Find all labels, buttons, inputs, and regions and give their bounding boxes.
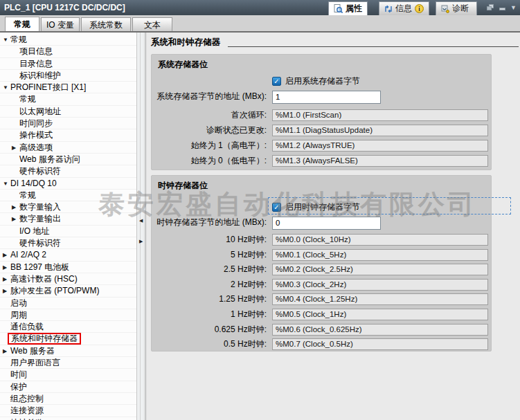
- field-label: 0.5 Hz时钟:: [146, 338, 267, 350]
- tree-item-label: 数字量输出: [19, 214, 61, 223]
- tree-item-10[interactable]: Web 服务器访问: [0, 154, 136, 165]
- tree-item-17[interactable]: 硬件标识符: [0, 237, 136, 249]
- tree-item-label: 数字量输入: [19, 202, 61, 212]
- tab-diagnostics-label: 诊断: [452, 3, 469, 15]
- collapse-pane-button[interactable]: [499, 8, 505, 10]
- memory-bit-field[interactable]: %M1.0 (FirstScan): [272, 109, 488, 121]
- tree-item-label: 项目信息: [19, 46, 53, 56]
- tree-item-1[interactable]: 项目信息: [0, 46, 136, 57]
- tree-item-22[interactable]: 启动: [0, 298, 136, 309]
- page-title: 系统和时钟存储器: [151, 37, 220, 48]
- tree-item-label: 操作模式: [19, 130, 53, 140]
- chevron-down-icon[interactable]: ▼: [510, 3, 517, 12]
- tab-general[interactable]: 常规: [5, 17, 39, 31]
- system-memory-address-label: 系统存储器字节的地址 (MBx):: [146, 91, 267, 102]
- tree-item-18[interactable]: ▶AI 2/AQ 2: [0, 249, 136, 261]
- tree-item-32[interactable]: 地址总览: [0, 417, 136, 420]
- memory-bit-field[interactable]: %M0.2 (Clock_2.5Hz): [272, 264, 488, 275]
- tab-texts[interactable]: 文本: [132, 17, 172, 31]
- tree-item-15[interactable]: ▶数字量输出: [0, 213, 136, 225]
- tree-item-28[interactable]: 时间: [0, 369, 136, 381]
- enable-clock-memory-checkbox[interactable]: ✓: [272, 203, 281, 212]
- enable-clock-memory-label: 启用时钟存储器字节: [285, 201, 360, 213]
- chevron-right-icon[interactable]: ▶: [3, 249, 7, 261]
- tree-item-0[interactable]: ▼常规: [0, 34, 136, 46]
- tree-item-8[interactable]: 操作模式: [0, 129, 136, 141]
- chevron-right-icon[interactable]: ▶: [3, 273, 7, 285]
- tree-item-label: 硬件标识符: [19, 238, 61, 248]
- tree-item-label: DI 14/DQ 10: [10, 179, 57, 188]
- chevron-right-icon[interactable]: ▶: [3, 285, 7, 297]
- memory-bit-field[interactable]: %M0.1 (Clock_5Hz): [272, 249, 488, 261]
- memory-bit-field[interactable]: %M0.6 (Clock_0.625Hz): [272, 324, 488, 336]
- tree-item-23[interactable]: 周期: [0, 309, 136, 321]
- field-label: 1 Hz时钟:: [146, 309, 267, 320]
- tree-item-25[interactable]: 系统和时钟存储器: [0, 333, 136, 345]
- tree-item-26[interactable]: ▶Web 服务器: [0, 345, 136, 357]
- tree-item-14[interactable]: ▶数字量输入: [0, 201, 136, 213]
- tree-item-12[interactable]: ▼DI 14/DQ 10: [0, 178, 136, 190]
- tree-item-2[interactable]: 目录信息: [0, 58, 136, 70]
- enable-system-memory-row: ✓ 启用系统存储器字节: [272, 75, 360, 86]
- tree-item-9[interactable]: ▶高级选项: [0, 142, 136, 154]
- chevron-right-icon[interactable]: ▶: [12, 213, 16, 225]
- enable-system-memory-checkbox[interactable]: ✓: [272, 77, 281, 86]
- chevron-down-icon[interactable]: ▼: [3, 178, 8, 190]
- tab-properties[interactable]: 属性: [328, 1, 368, 15]
- float-window-button[interactable]: [487, 4, 494, 11]
- tree-item-24[interactable]: 通信负载: [0, 321, 136, 333]
- memory-bit-field[interactable]: %M0.4 (Clock_1.25Hz): [272, 293, 488, 305]
- tab-io-tags[interactable]: IO 变量: [41, 17, 80, 31]
- tree-item-3[interactable]: 标识和维护: [0, 70, 136, 82]
- tree-item-16[interactable]: I/O 地址: [0, 226, 136, 237]
- tree-item-6[interactable]: 以太网地址: [0, 106, 136, 118]
- chevron-down-icon[interactable]: ▼: [3, 82, 8, 93]
- splitter-collapse-left-icon[interactable]: ◀: [139, 218, 143, 223]
- tree-item-30[interactable]: 组态控制: [0, 393, 136, 405]
- tree-item-31[interactable]: 连接资源: [0, 405, 136, 417]
- clock-memory-address-input[interactable]: [272, 217, 381, 230]
- memory-bit-field[interactable]: %M0.5 (Clock_1Hz): [272, 309, 488, 320]
- info-icon: [384, 5, 393, 13]
- field-label: 始终为 1（高电平）:: [146, 140, 267, 152]
- clock-memory-address-label: 时钟存储器字节的地址 (MBx):: [146, 217, 267, 228]
- tree-item-20[interactable]: ▶高速计数器 (HSC): [0, 273, 136, 285]
- tree-item-27[interactable]: 用户界面语言: [0, 357, 136, 369]
- tree-item-11[interactable]: 硬件标识符: [0, 165, 136, 177]
- tree-item-label: 高级选项: [19, 143, 53, 152]
- field-label: 10 Hz时钟:: [146, 234, 267, 246]
- memory-bit-field[interactable]: %M1.2 (AlwaysTRUE): [272, 140, 488, 152]
- tree-item-label: 常规: [19, 94, 36, 104]
- tree-item-13[interactable]: 常规: [0, 190, 136, 201]
- tree-item-label: Web 服务器: [10, 346, 55, 356]
- tree-item-label: 系统和时钟存储器: [8, 333, 81, 345]
- memory-bit-field[interactable]: %M0.3 (Clock_2Hz): [272, 279, 488, 291]
- tab-diagnostics[interactable]: 诊断: [436, 1, 477, 15]
- tab-info[interactable]: 信息 i: [379, 1, 429, 15]
- tree-item-5[interactable]: 常规: [0, 93, 136, 105]
- memory-bit-field[interactable]: %M0.0 (Clock_10Hz): [272, 234, 488, 246]
- tree-item-label: AI 2/AQ 2: [10, 250, 46, 259]
- system-memory-address-input[interactable]: [272, 91, 381, 104]
- memory-bit-field[interactable]: %M0.7 (Clock_0.5Hz): [272, 338, 488, 350]
- tree-item-label: 脉冲发生器 (PTO/PWM): [10, 286, 99, 295]
- memory-bit-field[interactable]: %M1.1 (DiagStatusUpdate): [272, 125, 488, 136]
- splitter-collapse-right-icon[interactable]: ▶: [139, 239, 143, 244]
- tree-item-21[interactable]: ▶脉冲发生器 (PTO/PWM): [0, 285, 136, 297]
- tab-system-constants[interactable]: 系统常数: [81, 17, 131, 31]
- memory-bit-field[interactable]: %M1.3 (AlwaysFALSE): [272, 155, 488, 167]
- tree-item-label: PROFINET接口 [X1]: [10, 82, 86, 92]
- tree-item-29[interactable]: 保护: [0, 381, 136, 393]
- tree-item-4[interactable]: ▼PROFINET接口 [X1]: [0, 82, 136, 93]
- chevron-right-icon[interactable]: ▶: [3, 345, 7, 357]
- tree-item-label: 常规: [10, 35, 27, 44]
- tree-splitter[interactable]: ◀ ▶: [136, 33, 146, 420]
- chevron-down-icon[interactable]: ▼: [3, 34, 8, 46]
- tree-item-label: 启动: [10, 298, 27, 308]
- chevron-right-icon[interactable]: ▶: [3, 262, 7, 273]
- chevron-right-icon[interactable]: ▶: [12, 142, 16, 154]
- chevron-right-icon[interactable]: ▶: [12, 201, 16, 213]
- tree-item-label: BB 1297 电池板: [10, 262, 69, 272]
- tree-item-7[interactable]: 时间同步: [0, 118, 136, 129]
- tree-item-19[interactable]: ▶BB 1297 电池板: [0, 262, 136, 273]
